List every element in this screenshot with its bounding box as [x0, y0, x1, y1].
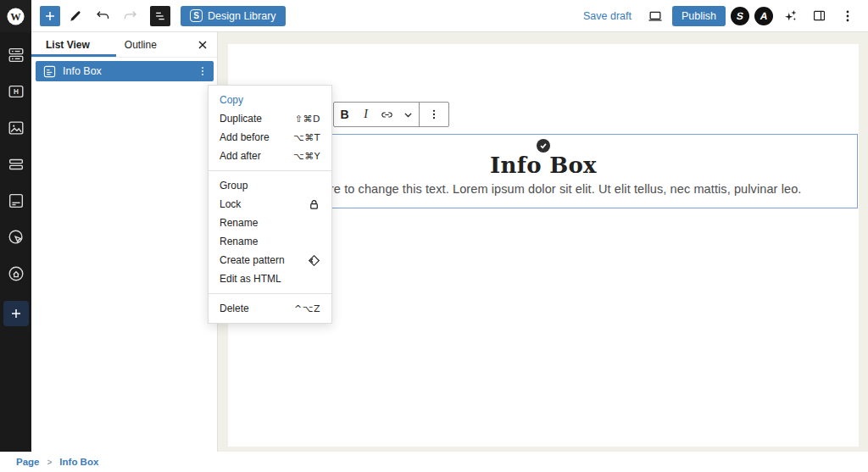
design-library-badge-icon: S [190, 9, 203, 22]
desktop-preview-icon [647, 8, 664, 25]
list-view-panel: List View Outline Info Box [31, 32, 218, 452]
svg-text:H: H [14, 88, 19, 96]
menu-item-rename[interactable]: Rename [209, 232, 331, 251]
link-icon [380, 108, 394, 122]
wordpress-block-editor: W H [0, 0, 868, 472]
sparkles-icon [782, 8, 798, 24]
options-menu-button[interactable] [836, 6, 860, 26]
list-view-toggle-button[interactable] [150, 6, 170, 26]
italic-button[interactable]: I [355, 103, 376, 126]
menu-item-shortcut: ⌥⌘T [293, 132, 320, 143]
pattern-icon [308, 254, 320, 267]
block-inserter-button[interactable] [40, 6, 60, 26]
redo-button[interactable] [118, 6, 142, 26]
menu-item-shortcut: ⇧⌘D [295, 114, 320, 125]
more-formats-button[interactable] [398, 103, 419, 126]
menu-item-label: Duplicate [220, 113, 262, 125]
rail-add-block-button[interactable] [3, 301, 29, 326]
chevron-down-icon [403, 109, 414, 120]
preview-button[interactable] [643, 6, 667, 26]
sidebar-panel-icon [811, 8, 827, 24]
tab-list-view[interactable]: List View [31, 32, 104, 57]
block-context-menu: CopyDuplicate⇧⌘DAdd before⌥⌘TAdd after⌥⌘… [208, 85, 332, 324]
rail-item-sections[interactable] [5, 44, 27, 66]
cursor-click-icon [7, 228, 25, 247]
breadcrumb: Page > Info Box [0, 452, 868, 472]
menu-item-create-pattern[interactable]: Create pattern [209, 251, 331, 269]
tools-button[interactable] [64, 6, 87, 26]
checkmark-badge-icon [537, 139, 550, 153]
menu-item-group[interactable]: Group [209, 176, 331, 195]
block-toolbar-format-group: B I [334, 103, 419, 126]
wordpress-logo[interactable]: W [0, 0, 31, 32]
rail-item-info-box[interactable] [5, 190, 27, 212]
rail-item-site[interactable] [5, 263, 27, 285]
ai-assistant-button[interactable] [778, 6, 802, 26]
rail-item-call-to-action[interactable] [5, 226, 27, 248]
breadcrumb-info-box-link[interactable]: Info Box [59, 457, 98, 467]
topbar-left-tools: S Design Library [31, 6, 286, 26]
menu-item-label: Group [220, 180, 248, 192]
badge-s-label: S [736, 10, 744, 22]
menu-item-label: Lock [220, 198, 241, 210]
close-list-view-button[interactable] [188, 32, 217, 57]
close-icon [198, 40, 208, 50]
ellipsis-vertical-icon [841, 9, 854, 23]
menu-item-label: Create pattern [220, 254, 285, 266]
rail-item-headers[interactable]: H [5, 81, 27, 103]
plus-icon [44, 10, 56, 22]
header-block-icon: H [7, 82, 25, 101]
menu-item-label: Delete [220, 303, 249, 314]
menu-item-duplicate[interactable]: Duplicate⇧⌘D [209, 109, 331, 128]
design-library-label: Design Library [208, 10, 276, 22]
rail-item-rows[interactable] [5, 153, 27, 175]
wordpress-logo-icon: W [6, 7, 25, 26]
home-circle-icon [7, 264, 25, 283]
menu-divider [209, 293, 331, 294]
seedprod-badge-icon[interactable]: S [731, 7, 749, 25]
menu-item-label: Add before [220, 131, 270, 143]
link-button[interactable] [376, 103, 398, 126]
menu-item-add-before[interactable]: Add before⌥⌘T [209, 128, 331, 147]
tab-outline[interactable]: Outline [104, 32, 171, 57]
item-options-icon[interactable] [197, 65, 209, 77]
pencil-icon [68, 8, 83, 24]
menu-item-add-after[interactable]: Add after⌥⌘Y [209, 147, 331, 165]
menu-item-edit-as-html[interactable]: Edit as HTML [209, 269, 331, 288]
breadcrumb-page-link[interactable]: Page [16, 457, 40, 467]
menu-item-label: Rename [220, 236, 258, 247]
bold-button[interactable]: B [334, 103, 355, 126]
list-view-item-info-box[interactable]: Info Box [36, 61, 214, 81]
menu-item-label: Add after [220, 150, 261, 162]
menu-item-shortcut: ^⌥Z [294, 303, 320, 314]
save-draft-link[interactable]: Save draft [583, 10, 632, 22]
list-view-item-label: Info Box [63, 65, 197, 77]
pattern-icon [308, 254, 320, 267]
ellipsis-vertical-icon [428, 108, 440, 120]
undo-icon [95, 8, 111, 24]
svg-text:W: W [10, 10, 21, 22]
menu-item-rename[interactable]: Rename [209, 214, 331, 232]
rail-item-media[interactable] [5, 117, 27, 139]
block-sidebar-rail: W H [0, 0, 31, 452]
info-box-block-icon [43, 65, 56, 78]
list-view-tabs: List View Outline [31, 32, 217, 58]
block-options-button[interactable] [420, 103, 448, 126]
info-box-block-icon [7, 192, 25, 210]
plus-icon [10, 308, 22, 319]
publish-button[interactable]: Publish [672, 6, 726, 26]
image-icon [7, 119, 25, 137]
undo-button[interactable] [91, 6, 114, 26]
menu-item-copy[interactable]: Copy [209, 91, 331, 109]
menu-item-label: Rename [220, 217, 258, 229]
settings-sidebar-button[interactable] [807, 6, 831, 26]
list-view-icon [153, 9, 167, 23]
editor-topbar: S Design Library Save draft Publish S A [31, 0, 868, 32]
sections-icon [7, 46, 25, 64]
rows-icon [7, 155, 25, 174]
check-icon [539, 142, 548, 150]
design-library-button[interactable]: S Design Library [181, 6, 286, 26]
a-badge-icon[interactable]: A [754, 7, 773, 25]
menu-item-delete[interactable]: Delete^⌥Z [209, 299, 331, 318]
menu-item-lock[interactable]: Lock [209, 195, 331, 214]
